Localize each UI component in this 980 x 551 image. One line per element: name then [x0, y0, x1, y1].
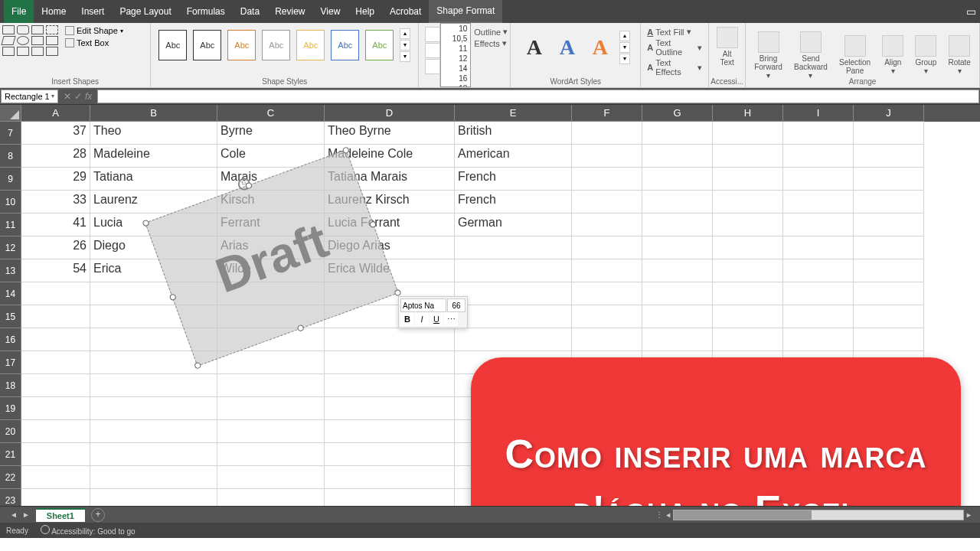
cell[interactable] — [572, 282, 642, 305]
col-header-b[interactable]: B — [90, 105, 217, 122]
cell[interactable] — [90, 328, 217, 351]
row-header[interactable]: 10 — [0, 191, 21, 214]
cell[interactable] — [572, 145, 642, 168]
cell[interactable] — [455, 259, 572, 282]
row-header[interactable]: 23 — [0, 489, 21, 506]
cell[interactable] — [642, 122, 713, 145]
cell[interactable] — [572, 168, 642, 191]
cell[interactable] — [90, 351, 217, 374]
shape-style-7[interactable]: Abc — [365, 30, 394, 60]
mini-size-select[interactable] — [447, 298, 466, 312]
cell[interactable]: 29 — [21, 168, 90, 191]
cell[interactable] — [854, 122, 924, 145]
cell[interactable] — [21, 282, 90, 305]
cell[interactable]: Marais — [217, 168, 325, 191]
cell[interactable]: Theo — [90, 122, 217, 145]
row-header[interactable]: 14 — [0, 282, 21, 305]
cell[interactable] — [713, 214, 783, 236]
cell[interactable] — [325, 489, 455, 506]
mini-italic-button[interactable]: I — [415, 312, 429, 326]
alt-text-button[interactable]: Alt Text — [713, 24, 741, 69]
font-size-option[interactable]: 16 — [441, 73, 470, 83]
cell[interactable]: 28 — [21, 145, 90, 168]
cell[interactable] — [783, 282, 854, 305]
cell[interactable] — [713, 168, 783, 191]
cell[interactable] — [217, 466, 325, 489]
col-header-i[interactable]: I — [783, 105, 854, 122]
cell[interactable]: Erica — [90, 259, 217, 282]
shape-arrow-icon[interactable] — [31, 36, 44, 45]
cell[interactable] — [783, 259, 854, 282]
cell[interactable] — [572, 328, 642, 351]
status-accessibility[interactable]: Accessibility: Good to go — [41, 525, 136, 536]
shape-oval-icon[interactable] — [17, 36, 29, 45]
font-size-option[interactable]: 11 — [441, 44, 470, 54]
row-header[interactable]: 21 — [0, 443, 21, 466]
cell[interactable] — [642, 305, 713, 328]
cell[interactable]: Laurenz Kirsch — [325, 191, 455, 214]
wordart-style-3[interactable]: A — [586, 32, 613, 63]
wordart-style-2[interactable]: A — [554, 32, 580, 63]
cell[interactable] — [325, 443, 455, 466]
shape-style-6[interactable]: Abc — [331, 30, 359, 60]
cell[interactable] — [325, 374, 455, 397]
cell[interactable] — [90, 374, 217, 397]
row-header[interactable]: 20 — [0, 420, 21, 443]
cancel-icon[interactable]: ✕ — [64, 91, 71, 102]
ribbon-collapse-icon[interactable]: ▭ — [966, 5, 976, 18]
selection-pane-button[interactable]: Selection Pane — [835, 24, 875, 86]
wordart-style-1[interactable]: A — [521, 32, 547, 63]
cell[interactable]: Wilde — [217, 259, 325, 282]
shape-style-5[interactable]: Abc — [296, 30, 325, 60]
row-header[interactable]: 15 — [0, 305, 21, 328]
col-header-d[interactable]: D — [325, 105, 455, 122]
cell[interactable] — [713, 282, 783, 305]
col-header-f[interactable]: F — [572, 105, 642, 122]
cell[interactable] — [572, 305, 642, 328]
cell[interactable]: Madeleine — [90, 145, 217, 168]
cell[interactable]: French — [455, 191, 572, 214]
cell[interactable]: American — [455, 145, 572, 168]
cell[interactable] — [854, 282, 924, 305]
cell[interactable] — [854, 236, 924, 259]
cell[interactable] — [21, 328, 90, 351]
cell[interactable] — [642, 145, 713, 168]
cell[interactable] — [21, 351, 90, 374]
mini-more-button[interactable]: ⋯ — [444, 312, 458, 326]
cell[interactable] — [21, 466, 90, 489]
wa-up-icon[interactable]: ▴ — [619, 31, 630, 41]
cell[interactable] — [713, 122, 783, 145]
cell[interactable]: Diego Arias — [325, 236, 455, 259]
cell[interactable] — [783, 305, 854, 328]
tab-view[interactable]: View — [313, 0, 348, 23]
cell[interactable] — [642, 191, 713, 214]
shape-callout-icon[interactable] — [46, 25, 58, 34]
shape-effects-dd[interactable]: Effects ▾ — [474, 38, 504, 48]
wa-down-icon[interactable]: ▾ — [619, 42, 630, 53]
shape-style-4[interactable]: Abc — [262, 30, 290, 60]
shape-outline-button[interactable] — [425, 43, 440, 58]
cell[interactable] — [854, 259, 924, 282]
shape-style-3[interactable]: Abc — [227, 30, 256, 60]
cell[interactable] — [572, 122, 642, 145]
tab-shape-format[interactable]: Shape Format — [429, 0, 502, 23]
shape-line-icon[interactable] — [2, 47, 15, 56]
edit-shape-button[interactable]: Edit Shape ▾ — [62, 25, 126, 36]
cell[interactable] — [325, 397, 455, 420]
cell[interactable] — [713, 236, 783, 259]
shape-effects-button[interactable] — [425, 59, 440, 74]
cell[interactable] — [642, 259, 713, 282]
cell[interactable]: Byrne — [217, 122, 325, 145]
cell[interactable] — [783, 122, 854, 145]
cell[interactable] — [325, 420, 455, 443]
cell[interactable]: British — [455, 122, 572, 145]
gallery-up-icon[interactable]: ▴ — [400, 28, 410, 39]
cell[interactable] — [217, 305, 325, 328]
cell[interactable] — [90, 443, 217, 466]
enter-icon[interactable]: ✓ — [74, 91, 82, 102]
gallery-down-icon[interactable]: ▾ — [400, 40, 410, 51]
row-header[interactable]: 9 — [0, 168, 21, 191]
col-header-e[interactable]: E — [455, 105, 572, 122]
cell[interactable] — [713, 259, 783, 282]
cell[interactable] — [90, 420, 217, 443]
